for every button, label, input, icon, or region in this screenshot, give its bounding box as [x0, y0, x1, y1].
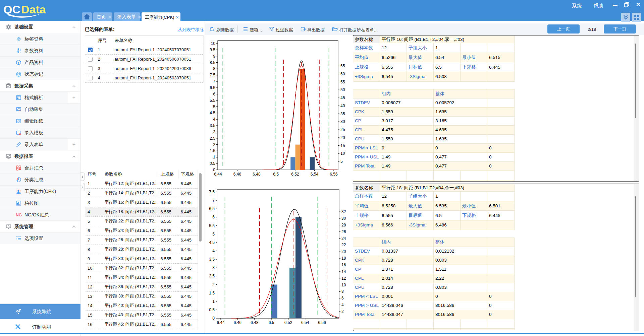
svg-text:65: 65: [340, 64, 345, 68]
svg-text:16: 16: [341, 263, 346, 267]
svg-text:14: 14: [341, 269, 346, 274]
svg-text:3.5: 3.5: [210, 123, 215, 128]
svg-text:55: 55: [340, 80, 345, 84]
svg-text:8.5: 8.5: [210, 60, 215, 65]
svg-text:10: 10: [340, 151, 345, 156]
svg-text:0: 0: [212, 316, 215, 321]
svg-text:7.5: 7.5: [209, 190, 215, 194]
svg-text:8: 8: [213, 66, 215, 71]
svg-text:6.5: 6.5: [269, 320, 274, 325]
svg-text:5.5: 5.5: [209, 223, 215, 228]
svg-text:30: 30: [341, 216, 346, 221]
svg-text:0: 0: [213, 167, 215, 172]
svg-text:8: 8: [341, 289, 344, 294]
svg-text:2: 2: [212, 282, 215, 287]
svg-text:3.5: 3.5: [209, 257, 215, 262]
svg-text:40: 40: [340, 104, 345, 108]
svg-text:5.5: 5.5: [210, 98, 215, 103]
svg-text:18: 18: [341, 256, 346, 261]
svg-text:22: 22: [341, 243, 346, 247]
svg-text:6: 6: [212, 215, 215, 219]
svg-text:6.48: 6.48: [253, 172, 261, 177]
svg-text:10: 10: [341, 283, 346, 287]
svg-text:2: 2: [341, 309, 344, 314]
svg-text:32: 32: [341, 209, 346, 214]
svg-text:6.52: 6.52: [284, 320, 292, 325]
svg-text:2.5: 2.5: [209, 274, 215, 278]
svg-text:6.44: 6.44: [217, 320, 225, 325]
svg-text:20: 20: [341, 249, 346, 254]
svg-text:20: 20: [340, 135, 345, 140]
svg-text:5: 5: [213, 105, 215, 109]
svg-text:6.5: 6.5: [210, 85, 215, 90]
svg-text:0.5: 0.5: [210, 161, 215, 166]
svg-text:26: 26: [341, 229, 346, 234]
svg-text:60: 60: [340, 72, 345, 76]
svg-text:4: 4: [212, 249, 215, 253]
svg-text:2: 2: [213, 142, 215, 147]
svg-text:6.54: 6.54: [301, 320, 309, 325]
svg-text:28: 28: [341, 223, 346, 227]
svg-text:0.5: 0.5: [209, 308, 215, 312]
svg-text:15: 15: [340, 143, 345, 148]
svg-text:6.56: 6.56: [318, 320, 326, 325]
svg-text:6.52: 6.52: [291, 172, 299, 177]
svg-text:50: 50: [340, 87, 345, 92]
svg-text:3: 3: [212, 265, 215, 270]
svg-text:35: 35: [340, 112, 345, 116]
svg-text:4.5: 4.5: [210, 111, 215, 115]
svg-text:1.5: 1.5: [209, 291, 215, 295]
svg-text:6.46: 6.46: [234, 320, 242, 325]
svg-text:12: 12: [341, 276, 346, 281]
svg-text:45: 45: [340, 95, 345, 100]
svg-text:25: 25: [340, 127, 345, 132]
svg-text:30: 30: [340, 119, 345, 124]
svg-text:NG: NG: [16, 213, 22, 217]
svg-text:6.46: 6.46: [233, 172, 241, 177]
svg-text:4: 4: [341, 303, 344, 307]
svg-text:1.5: 1.5: [210, 148, 215, 153]
svg-text:24: 24: [341, 236, 346, 241]
svg-text:7: 7: [213, 79, 215, 84]
svg-text:3: 3: [213, 130, 215, 134]
svg-text:1: 1: [213, 155, 215, 159]
svg-text:6.56: 6.56: [330, 172, 338, 177]
svg-text:5: 5: [340, 159, 343, 164]
svg-text:QC: QC: [3, 3, 20, 16]
svg-text:6.5: 6.5: [209, 206, 215, 211]
svg-text:9.5: 9.5: [210, 48, 215, 52]
svg-text:2.5: 2.5: [210, 136, 215, 141]
svg-text:6.54: 6.54: [311, 172, 319, 177]
svg-text:1: 1: [212, 299, 215, 304]
svg-text:6: 6: [213, 92, 215, 96]
svg-text:7: 7: [212, 198, 215, 203]
svg-text:6.44: 6.44: [214, 172, 222, 177]
svg-text:6.48: 6.48: [251, 320, 259, 325]
svg-text:10: 10: [211, 41, 216, 46]
svg-text:4: 4: [213, 117, 215, 122]
svg-text:5: 5: [212, 232, 215, 237]
svg-text:7.5: 7.5: [210, 73, 215, 77]
svg-text:4.5: 4.5: [209, 240, 215, 245]
svg-text:9: 9: [213, 54, 215, 59]
svg-text:6: 6: [341, 296, 344, 300]
svg-text:6.5: 6.5: [273, 172, 279, 177]
svg-text:Data: Data: [21, 3, 46, 16]
